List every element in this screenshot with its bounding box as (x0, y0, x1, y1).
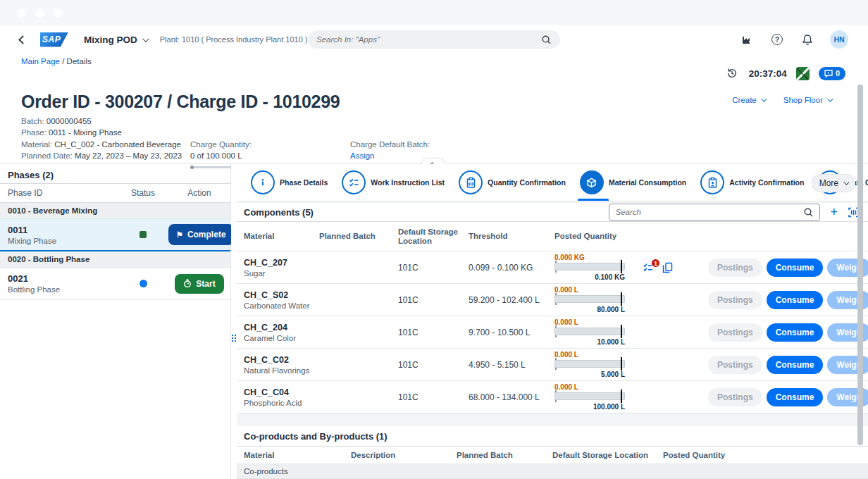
splitter-drag-handle[interactable] (231, 335, 237, 342)
phase-name: Bottling Phase (8, 285, 118, 294)
charge-quantity-value: 0 of 100.000 L (190, 150, 321, 161)
shell-search-input[interactable] (316, 35, 541, 44)
material-description: Natural Flavorings (244, 366, 319, 375)
phase-id: 0011 (8, 225, 118, 235)
postings-button[interactable]: Postings (708, 259, 762, 277)
messages-button[interactable]: 0 (819, 67, 845, 80)
tab-phase-details[interactable]: Phase Details (247, 164, 332, 201)
storage-location-value: 101C (398, 328, 469, 337)
app-title-label: Mixing POD (84, 35, 137, 45)
col-material: Material (244, 451, 351, 459)
avatar[interactable]: HN (830, 30, 848, 49)
components-search[interactable] (609, 204, 820, 221)
cards-gap (237, 413, 868, 426)
breadcrumb-main-page-link[interactable]: Main Page (21, 57, 60, 66)
info-icon (251, 170, 275, 194)
assign-link[interactable]: Assign (350, 151, 375, 160)
consume-button[interactable]: Consume (767, 259, 824, 277)
col-posted-quantity: Posted Quantity (663, 451, 860, 459)
quality-checklist-alert-icon[interactable]: 1 (643, 263, 654, 272)
consume-button[interactable]: Consume (767, 356, 824, 374)
component-row[interactable]: CH_C_C04Phosphoric Acid 101C 68.000 - 13… (237, 381, 868, 413)
back-icon[interactable] (18, 35, 27, 44)
components-column-headers: Material Planned Batch Default Storage L… (237, 222, 868, 251)
material-description: Carbonated Water (244, 301, 319, 310)
coproducts-card: Co-products and By-products (1) Material… (237, 426, 868, 479)
status-ready-icon (140, 280, 147, 287)
breadcrumb-current: Details (67, 57, 92, 66)
complete-button[interactable]: ⚑ Complete (168, 224, 234, 245)
browser-chrome (0, 0, 868, 25)
more-button[interactable]: More (812, 174, 855, 192)
target-marker (621, 357, 623, 371)
page-scrollbar[interactable] (857, 85, 863, 465)
phase-row-0011[interactable]: 0011 Mixing Phase ⚑ Complete (0, 219, 230, 251)
target-value: 5.000 L (554, 371, 625, 378)
panel-splitter[interactable] (231, 164, 237, 479)
component-row[interactable]: CH_C_S02Carbonated Water 101C 59.200 - 1… (237, 284, 868, 316)
shop-floor-menu-button[interactable]: Shop Floor (783, 96, 831, 104)
phase-row-0021[interactable]: 0021 Bottling Phase Start (0, 268, 230, 300)
start-button[interactable]: Start (175, 274, 223, 294)
coproducts-group-row[interactable]: Co-products (237, 464, 868, 479)
postings-button[interactable]: Postings (708, 323, 762, 342)
col-posted-quantity: Posted Quantity (554, 232, 632, 241)
component-row[interactable]: CH_C_C02Natural Flavorings 101C 4.950 - … (237, 349, 868, 381)
shell-search[interactable] (308, 30, 560, 49)
add-component-button[interactable]: + (830, 206, 838, 218)
phase-group-0020[interactable]: 0020 - Bottling Phase (0, 251, 230, 268)
postings-button[interactable]: Postings (708, 388, 762, 406)
clipboard-person-icon (700, 170, 724, 194)
col-phase-id: Phase ID (8, 188, 118, 198)
posted-quantity-bar: 0.000 L 5.000 L (554, 351, 625, 378)
storage-location-value: 101C (398, 392, 469, 402)
posted-quantity-bar: 0.000 L 10.000 L (554, 318, 625, 346)
threshold-value: 68.000 - 134.000 L (469, 392, 554, 402)
app-title-menu[interactable]: Mixing POD (84, 35, 147, 45)
search-icon (803, 207, 814, 218)
tab-material-consumption[interactable]: Material Consumption (576, 164, 690, 201)
component-row[interactable]: CH_C_207Sugar 101C 0.099 - 0.100 KG 0.00… (237, 251, 868, 284)
tab-work-instruction-list[interactable]: Work Instruction List (337, 164, 449, 201)
help-icon[interactable]: ? (769, 32, 785, 47)
consume-button[interactable]: Consume (767, 291, 824, 309)
threshold-value: 4.950 - 5.150 L (469, 360, 554, 370)
breadcrumb: Main Page / Details (21, 57, 92, 66)
copy-icon[interactable] (662, 262, 673, 273)
create-menu-button[interactable]: Create (732, 96, 765, 104)
phase-group-0010[interactable]: 0010 - Beverage Mixing (0, 203, 230, 219)
status-row: 20:37:04 0 (724, 66, 845, 81)
material-description: Sugar (244, 269, 319, 278)
plant-factory-icon[interactable] (739, 32, 755, 47)
component-row[interactable]: CH_C_204Caramel Color 101C 9.700 - 10.50… (237, 316, 868, 349)
batch-line: Batch: 0000000455 (21, 116, 182, 127)
coproducts-title: Co-products and By-products (1) (244, 431, 388, 442)
consume-button[interactable]: Consume (767, 323, 824, 342)
charge-default-batch-label: Charge Default Batch: (350, 139, 430, 150)
tab-quantity-confirmation[interactable]: Quantity Confirmation (454, 164, 570, 201)
postings-button[interactable]: Postings (708, 291, 762, 309)
tab-activity-confirmation[interactable]: Activity Confirmation (696, 164, 808, 201)
history-clock-icon[interactable] (724, 66, 740, 81)
components-search-input[interactable] (615, 208, 803, 216)
message-count: 0 (836, 69, 840, 77)
storage-location-value: 101C (398, 295, 469, 305)
scanner-status-icon[interactable] (796, 67, 810, 80)
scrollbar-thumb[interactable] (857, 85, 863, 445)
col-description: Description (351, 451, 457, 459)
storage-location-value: 101C (398, 263, 469, 273)
target-value: 0.100 KG (554, 273, 625, 281)
col-planned-batch: Planned Batch (319, 232, 398, 241)
chevron-down-icon (142, 35, 149, 42)
material-cube-icon (580, 170, 604, 194)
material-id: CH_C_S02 (244, 290, 319, 300)
notifications-bell-icon[interactable] (800, 32, 815, 47)
posted-quantity-bar: 0.000 KG 0.100 KG (554, 254, 625, 281)
target-marker (621, 325, 623, 338)
consume-button[interactable]: Consume (767, 388, 824, 406)
threshold-value: 9.700 - 10.500 L (469, 328, 554, 337)
plant-info: Plant: 1010 ( Process Industry Plant 101… (160, 35, 308, 44)
postings-button[interactable]: Postings (708, 356, 762, 374)
col-status: Status (118, 188, 168, 198)
posted-value: 0.000 L (554, 383, 625, 391)
